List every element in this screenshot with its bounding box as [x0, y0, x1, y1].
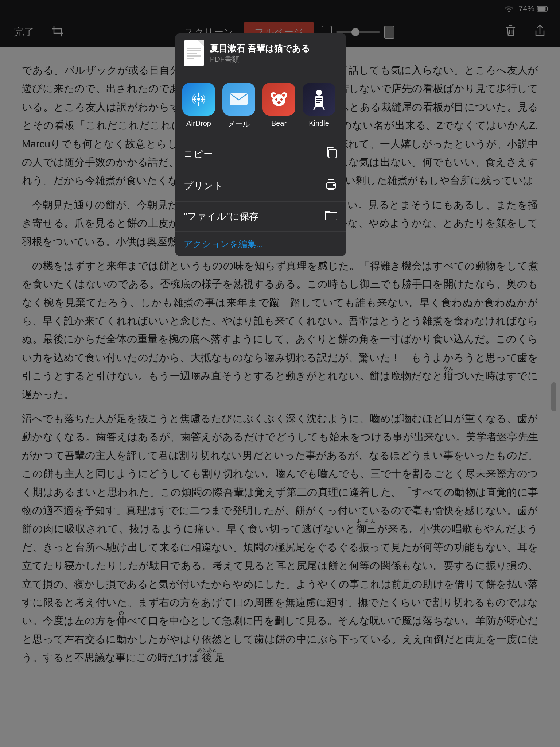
app-item-airdrop[interactable]: AirDrop — [182, 83, 215, 128]
share-header: 夏目漱石 吾輩は猫である PDF書類 — [175, 33, 346, 74]
share-doc-title: 夏目漱石 吾輩は猫である — [210, 43, 310, 54]
app-icons-row: AirDrop メール — [175, 74, 346, 138]
svg-point-12 — [316, 90, 322, 96]
svg-point-9 — [277, 101, 281, 104]
copy-icon — [326, 146, 338, 162]
airdrop-label: AirDrop — [186, 119, 211, 128]
mail-label: メール — [228, 119, 250, 129]
svg-point-8 — [280, 98, 283, 101]
print-icon — [324, 178, 338, 193]
print-action[interactable]: プリント — [175, 170, 346, 202]
svg-point-2 — [197, 98, 200, 101]
save-files-action[interactable]: "ファイル"に保存 — [175, 202, 346, 232]
share-doc-icon — [184, 40, 204, 66]
copy-action[interactable]: コピー — [175, 138, 346, 170]
svg-rect-13 — [315, 96, 323, 107]
share-sheet: 夏目漱石 吾輩は猫である PDF書類 AirDrop — [175, 33, 346, 256]
bear-icon — [262, 83, 295, 116]
save-files-label: "ファイル"に保存 — [184, 210, 258, 223]
folder-icon — [324, 210, 338, 223]
app-item-bear[interactable]: Bear — [262, 83, 295, 128]
airdrop-icon — [182, 83, 215, 116]
kindle-icon — [303, 83, 335, 116]
svg-rect-17 — [329, 149, 336, 158]
edit-actions-row: アクションを編集... — [175, 232, 346, 256]
svg-point-10 — [273, 94, 276, 97]
mail-icon — [222, 83, 255, 116]
svg-point-19 — [333, 184, 335, 186]
copy-label: コピー — [184, 148, 213, 160]
app-item-mail[interactable]: メール — [222, 83, 255, 129]
share-title-area: 夏目漱石 吾輩は猫である PDF書類 — [210, 43, 310, 64]
bear-label: Bear — [271, 119, 287, 128]
svg-point-11 — [282, 94, 285, 97]
app-item-kindle[interactable]: Kindle — [303, 83, 335, 128]
kindle-label: Kindle — [309, 119, 329, 128]
svg-point-7 — [275, 98, 277, 101]
print-label: プリント — [184, 179, 223, 192]
share-doc-subtitle: PDF書類 — [210, 54, 310, 64]
edit-actions-button[interactable]: アクションを編集... — [184, 238, 263, 250]
